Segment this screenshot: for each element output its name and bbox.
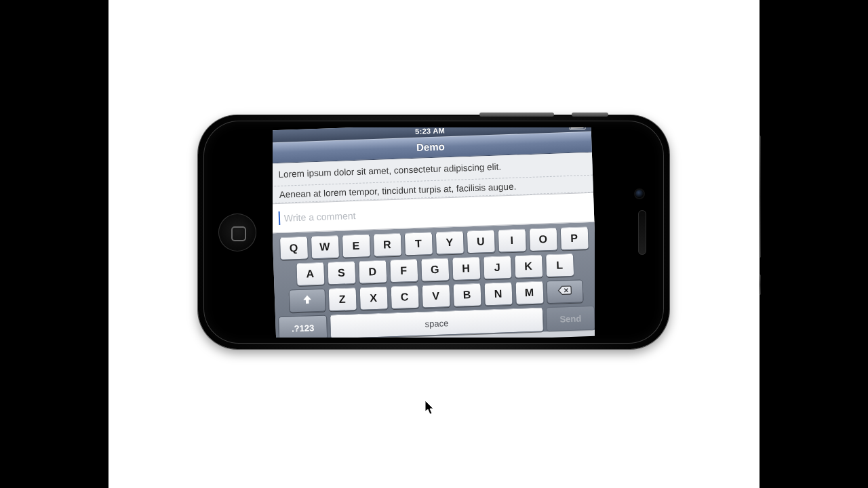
key-o[interactable]: O xyxy=(528,228,557,251)
battery-icon xyxy=(569,127,585,130)
key-t[interactable]: T xyxy=(403,232,433,256)
key-x[interactable]: X xyxy=(359,286,388,310)
earpiece xyxy=(638,210,646,255)
key-l[interactable]: L xyxy=(545,253,574,277)
decorative-edge xyxy=(759,136,761,258)
key-d[interactable]: D xyxy=(358,260,387,283)
key-z[interactable]: Z xyxy=(328,287,357,311)
pillarbox-right xyxy=(760,0,868,488)
ios-ui: 5:23 AM Demo Lorem ipsum dolor sit amet,… xyxy=(273,127,595,338)
text-caret xyxy=(279,211,281,225)
key-i[interactable]: I xyxy=(497,228,526,252)
key-f[interactable]: F xyxy=(389,259,418,283)
key-m[interactable]: M xyxy=(515,281,544,304)
key-backspace[interactable] xyxy=(546,279,583,304)
comment-placeholder: Write a comment xyxy=(284,210,356,224)
key-shift[interactable] xyxy=(288,289,326,313)
key-s[interactable]: S xyxy=(327,261,356,285)
pillarbox-left xyxy=(0,0,108,488)
status-time: 5:23 AM xyxy=(415,127,445,136)
front-camera xyxy=(635,190,644,198)
keyboard: Q W E R T Y U I O P A S D xyxy=(273,222,595,338)
key-k[interactable]: K xyxy=(514,254,543,278)
key-v[interactable]: V xyxy=(421,284,450,308)
key-g[interactable]: G xyxy=(420,258,450,281)
phone-screen: 5:23 AM Demo Lorem ipsum dolor sit amet,… xyxy=(273,127,595,338)
phone-body: 5:23 AM Demo Lorem ipsum dolor sit amet,… xyxy=(198,115,669,349)
key-y[interactable]: Y xyxy=(435,230,464,254)
key-numeric-mode[interactable]: .?123 xyxy=(278,315,328,338)
key-u[interactable]: U xyxy=(466,230,495,253)
key-h[interactable]: H xyxy=(452,257,481,281)
decorative-edge xyxy=(759,274,761,295)
key-space[interactable]: space xyxy=(330,307,544,338)
home-button[interactable] xyxy=(218,214,256,251)
volume-buttons xyxy=(479,113,554,117)
key-e[interactable]: E xyxy=(341,234,370,258)
backspace-icon xyxy=(557,285,572,299)
mouse-cursor-icon xyxy=(425,400,435,418)
key-b[interactable]: B xyxy=(452,283,481,307)
key-n[interactable]: N xyxy=(484,282,513,306)
key-j[interactable]: J xyxy=(483,256,512,279)
nav-title: Demo xyxy=(416,140,445,152)
key-w[interactable]: W xyxy=(310,235,339,259)
stage: 5:23 AM Demo Lorem ipsum dolor sit amet,… xyxy=(108,0,760,488)
key-r[interactable]: R xyxy=(372,233,401,257)
sleep-button xyxy=(572,113,608,117)
shift-icon xyxy=(300,293,313,308)
key-send[interactable]: Send xyxy=(546,306,595,331)
key-q[interactable]: Q xyxy=(279,236,308,260)
key-a[interactable]: A xyxy=(296,262,325,286)
key-p[interactable]: P xyxy=(559,226,589,250)
key-c[interactable]: C xyxy=(390,285,419,309)
